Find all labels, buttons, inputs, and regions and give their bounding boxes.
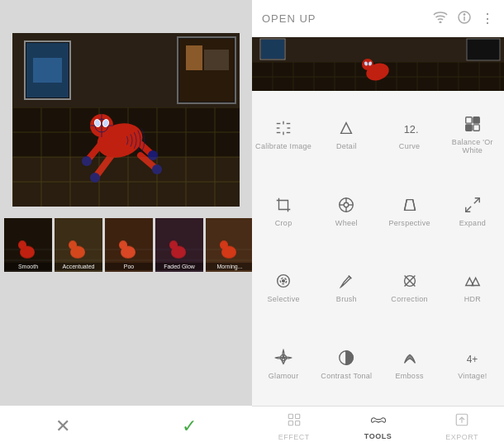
tool-calibrate[interactable]: Calibrate Image — [252, 95, 315, 172]
tool-correction[interactable]: Correction — [378, 249, 441, 326]
contrast-icon — [337, 346, 355, 369]
glamour-icon — [274, 346, 292, 369]
brush-label: Brush — [336, 295, 357, 303]
svg-rect-44 — [288, 421, 292, 426]
main-image — [12, 33, 240, 207]
correction-icon — [401, 269, 419, 292]
tool-brush[interactable]: Brush — [315, 249, 378, 326]
tool-wheel[interactable]: Wheel — [315, 172, 378, 249]
perspective-icon — [401, 193, 419, 216]
tools-nav-icon — [370, 413, 387, 430]
wheel-label: Wheel — [335, 219, 358, 227]
balance-label: Balance 'Or White — [443, 138, 502, 155]
thumbnail-4[interactable]: Faded Glow — [155, 218, 203, 272]
cancel-button[interactable]: ✕ — [31, 409, 95, 444]
hdr-icon — [464, 269, 482, 292]
calibrate-label: Calibrate Image — [255, 142, 311, 150]
right-panel: OPEN UP ⋮ — [252, 0, 504, 447]
svg-text:4+: 4+ — [467, 354, 478, 365]
balance-icon — [464, 112, 482, 136]
selective-icon — [274, 269, 292, 292]
detail-label: Detail — [336, 142, 357, 150]
wifi-icon — [433, 12, 448, 26]
correction-label: Correction — [391, 295, 428, 303]
svg-point-3 — [464, 13, 464, 14]
svg-marker-37 — [472, 278, 479, 286]
header-icons: ⋮ — [433, 11, 494, 27]
tool-crop[interactable]: Crop — [252, 172, 315, 249]
thumb-label-1: Smooth — [4, 263, 52, 270]
thumbnail-2[interactable]: Accentuated — [55, 218, 102, 272]
effect-nav-icon — [287, 412, 302, 431]
vintage-label: Vintage! — [458, 372, 487, 380]
tool-glamour[interactable]: Glamour — [252, 325, 315, 402]
svg-rect-42 — [288, 414, 292, 418]
nav-effect[interactable]: EFFECT — [252, 407, 336, 447]
tool-perspective[interactable]: Perspective — [378, 172, 441, 249]
svg-rect-15 — [473, 117, 479, 123]
svg-rect-45 — [295, 421, 299, 426]
nav-tools[interactable]: TOOLS — [336, 407, 421, 447]
svg-rect-43 — [295, 414, 299, 418]
svg-line-28 — [466, 206, 471, 211]
bottom-nav: EFFECT TOOLS EXPORT — [252, 406, 504, 447]
svg-rect-14 — [466, 117, 472, 123]
crop-icon — [274, 193, 292, 216]
header-title: OPEN UP — [262, 12, 316, 25]
tool-selective[interactable]: Selective — [252, 249, 315, 326]
emboss-icon — [401, 346, 419, 369]
detail-icon — [337, 117, 355, 140]
svg-text:12.: 12. — [403, 122, 418, 135]
brush-icon — [337, 269, 355, 292]
glamour-label: Glamour — [269, 372, 299, 380]
expand-icon — [464, 193, 482, 216]
tool-emboss[interactable]: Emboss — [378, 325, 441, 402]
tool-balance[interactable]: Balance 'Or White — [441, 95, 504, 172]
bottom-bar: ✕ ✓ — [0, 406, 252, 447]
thumb-label-2: Accentuated — [55, 263, 102, 270]
nav-export[interactable]: EXPORT — [420, 407, 504, 447]
calibrate-icon — [274, 117, 292, 140]
export-nav-label: EXPORT — [445, 433, 478, 441]
left-panel: Smooth Accentuated Poo Faded Glow Mornin… — [0, 0, 252, 447]
svg-point-19 — [345, 202, 349, 207]
contrast-label: Contrast Tonal — [321, 372, 372, 380]
tools-grid: Calibrate Image Detail 12. Curve Balance… — [252, 91, 504, 406]
emboss-label: Emboss — [395, 372, 423, 380]
tool-detail[interactable]: Detail — [315, 95, 378, 172]
info-icon[interactable] — [458, 11, 471, 27]
wheel-icon — [337, 193, 355, 216]
tool-expand[interactable]: Expand — [441, 172, 504, 249]
more-icon[interactable]: ⋮ — [481, 11, 494, 26]
tool-vintage[interactable]: 4+ Vintage! — [441, 325, 504, 402]
thumb-label-5: Morning... — [206, 263, 252, 270]
effect-nav-label: EFFECT — [278, 433, 310, 441]
tool-contrast[interactable]: Contrast Tonal — [315, 325, 378, 402]
selective-label: Selective — [268, 295, 300, 303]
export-nav-icon — [454, 412, 469, 431]
vintage-icon: 4+ — [464, 346, 482, 369]
expand-label: Expand — [459, 219, 486, 227]
svg-line-25 — [404, 199, 407, 210]
confirm-button[interactable]: ✓ — [157, 409, 221, 444]
thumb-label-3: Poo — [105, 263, 153, 270]
svg-rect-17 — [473, 125, 479, 131]
tools-nav-label: TOOLS — [364, 432, 392, 440]
curve-label: Curve — [399, 142, 421, 150]
crop-label: Crop — [275, 219, 292, 227]
hdr-label: HDR — [464, 295, 481, 303]
perspective-label: Perspective — [388, 219, 430, 227]
thumbnail-3[interactable]: Poo — [105, 218, 153, 272]
thumbnail-1[interactable]: Smooth — [4, 218, 52, 272]
tool-curve[interactable]: 12. Curve — [378, 95, 441, 172]
svg-marker-12 — [341, 122, 352, 133]
curve-icon: 12. — [401, 117, 419, 140]
svg-point-0 — [440, 21, 441, 23]
preview-strip — [252, 37, 504, 91]
svg-line-27 — [474, 197, 479, 202]
thumbnail-5[interactable]: Morning... — [206, 218, 252, 272]
svg-line-26 — [412, 199, 415, 210]
svg-point-31 — [283, 280, 285, 283]
tool-hdr[interactable]: HDR — [441, 249, 504, 326]
right-header: OPEN UP ⋮ — [252, 0, 504, 37]
